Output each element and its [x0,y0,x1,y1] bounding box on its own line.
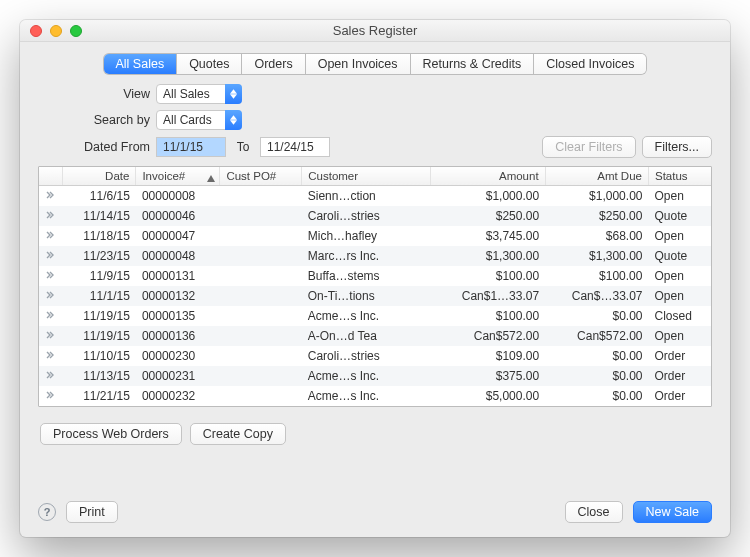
table-row[interactable]: 11/14/1500000046Caroli…stries$250.00$250… [39,206,711,226]
cell-po [220,366,302,386]
table-row[interactable]: 11/13/1500000231Acme…s Inc.$375.00$0.00O… [39,366,711,386]
close-button[interactable]: Close [565,501,623,523]
table-row[interactable]: 11/19/1500000135Acme…s Inc.$100.00$0.00C… [39,306,711,326]
cell-amtdue: $68.00 [545,226,648,246]
column-header[interactable]: Amt Due [545,167,648,186]
table-row[interactable]: 11/18/1500000047Mich…hafley$3,745.00$68.… [39,226,711,246]
view-select[interactable]: All Sales [156,84,242,104]
searchby-value: All Cards [163,113,212,127]
table-row[interactable]: 11/10/1500000230Caroli…stries$109.00$0.0… [39,346,711,366]
cell-amtdue: $250.00 [545,206,648,226]
table-row[interactable]: 11/23/1500000048Marc…rs Inc.$1,300.00$1,… [39,246,711,266]
cell-invoice: 00000046 [136,206,220,226]
expand-row-icon[interactable] [39,366,63,386]
cell-date: 11/19/15 [63,326,136,346]
expand-row-icon[interactable] [39,206,63,226]
tab-closed-invoices[interactable]: Closed Invoices [534,54,646,74]
table-row[interactable]: 11/9/1500000131Buffa…stems$100.00$100.00… [39,266,711,286]
tab-orders[interactable]: Orders [242,54,305,74]
cell-customer: Acme…s Inc. [302,306,431,326]
cell-amtdue: Can$572.00 [545,326,648,346]
tab-all-sales[interactable]: All Sales [104,54,178,74]
expand-row-icon[interactable] [39,386,63,406]
tab-returns-credits[interactable]: Returns & Credits [411,54,535,74]
tab-open-invoices[interactable]: Open Invoices [306,54,411,74]
cell-customer: Acme…s Inc. [302,386,431,406]
expand-row-icon[interactable] [39,286,63,306]
column-header[interactable]: Date [63,167,136,186]
help-icon[interactable]: ? [38,503,56,521]
window-controls [20,25,82,37]
cell-invoice: 00000048 [136,246,220,266]
expand-row-icon[interactable] [39,226,63,246]
sales-register-window: Sales Register All SalesQuotesOrdersOpen… [20,20,730,537]
table-row[interactable]: 11/6/1500000008Sienn…ction$1,000.00$1,00… [39,186,711,207]
expand-row-icon[interactable] [39,306,63,326]
to-value: 11/24/15 [267,140,314,154]
cell-amtdue: $100.00 [545,266,648,286]
print-button[interactable]: Print [66,501,118,523]
cell-invoice: 00000131 [136,266,220,286]
cell-status: Order [648,346,711,366]
cell-date: 11/1/15 [63,286,136,306]
expand-row-icon[interactable] [39,266,63,286]
expand-row-icon[interactable] [39,326,63,346]
minimize-window-icon[interactable] [50,25,62,37]
table-row[interactable]: 11/21/1500000232Acme…s Inc.$5,000.00$0.0… [39,386,711,406]
datedfrom-label: Dated From [38,140,150,154]
expand-row-icon[interactable] [39,186,63,207]
process-web-orders-button[interactable]: Process Web Orders [40,423,182,445]
create-copy-button[interactable]: Create Copy [190,423,286,445]
to-input[interactable]: 11/24/15 [260,137,330,157]
cell-amtdue: $1,000.00 [545,186,648,207]
searchby-select[interactable]: All Cards [156,110,242,130]
cell-date: 11/9/15 [63,266,136,286]
cell-amount: $109.00 [431,346,545,366]
table-row[interactable]: 11/1/1500000132On-Ti…tionsCan$1…33.07Can… [39,286,711,306]
cell-amount: $1,300.00 [431,246,545,266]
searchby-label: Search by [38,113,150,127]
new-sale-button[interactable]: New Sale [633,501,713,523]
cell-date: 11/23/15 [63,246,136,266]
cell-invoice: 00000136 [136,326,220,346]
filters-button[interactable]: Filters... [642,136,712,158]
column-header[interactable]: Status [648,167,711,186]
cell-amount: Can$572.00 [431,326,545,346]
datedfrom-input[interactable]: 11/1/15 [156,137,226,157]
sort-asc-icon [207,172,215,184]
cell-amount: $250.00 [431,206,545,226]
expand-row-icon[interactable] [39,246,63,266]
zoom-window-icon[interactable] [70,25,82,37]
cell-po [220,286,302,306]
cell-invoice: 00000231 [136,366,220,386]
cell-invoice: 00000230 [136,346,220,366]
sales-table: DateInvoice#Cust PO#CustomerAmountAmt Du… [38,166,712,407]
column-header[interactable]: Amount [431,167,545,186]
column-header[interactable]: Customer [302,167,431,186]
cell-status: Order [648,386,711,406]
cell-date: 11/6/15 [63,186,136,207]
to-label: To [232,140,254,154]
column-header[interactable] [39,167,63,186]
cell-status: Order [648,366,711,386]
expand-row-icon[interactable] [39,346,63,366]
cell-date: 11/18/15 [63,226,136,246]
cell-po [220,246,302,266]
cell-invoice: 00000047 [136,226,220,246]
window-title: Sales Register [20,23,730,38]
table-row[interactable]: 11/19/1500000136A-On…d TeaCan$572.00Can$… [39,326,711,346]
cell-amount: $100.00 [431,266,545,286]
tab-quotes[interactable]: Quotes [177,54,242,74]
titlebar[interactable]: Sales Register [20,20,730,42]
dropdown-arrows-icon [225,84,242,104]
cell-po [220,306,302,326]
close-window-icon[interactable] [30,25,42,37]
cell-customer: Buffa…stems [302,266,431,286]
column-header[interactable]: Cust PO# [220,167,302,186]
cell-invoice: 00000135 [136,306,220,326]
view-label: View [38,87,150,101]
clear-filters-button[interactable]: Clear Filters [542,136,635,158]
content-area: All SalesQuotesOrdersOpen InvoicesReturn… [20,42,730,537]
cell-status: Quote [648,206,711,226]
column-header[interactable]: Invoice# [136,167,220,186]
